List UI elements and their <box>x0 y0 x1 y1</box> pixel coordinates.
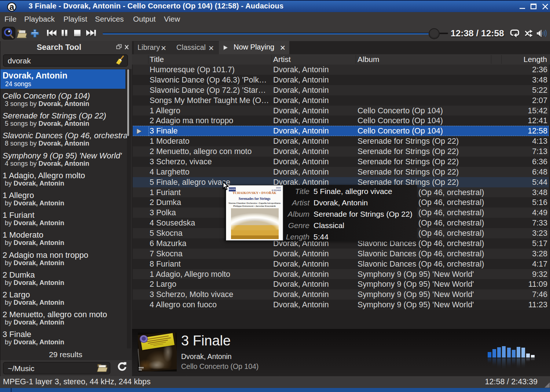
svg-text:a: a <box>10 2 14 12</box>
